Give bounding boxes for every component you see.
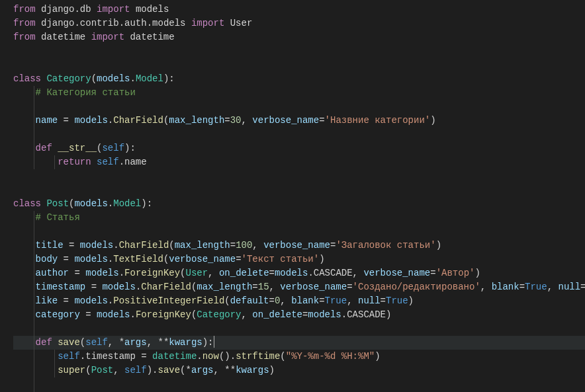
token: models [152,18,185,28]
code-line[interactable]: from datetime import datetime [13,30,585,44]
token: ( [80,337,85,348]
token: , [547,282,559,292]
token: import [186,18,230,28]
code-line[interactable] [13,128,585,141]
code-line[interactable]: # Статья [13,211,585,225]
token: , [242,115,253,126]
token: . [108,254,113,264]
token: self [97,157,119,167]
token: models [74,254,107,264]
code-line[interactable]: like = models.PositiveIntegerField(defau… [13,294,585,308]
token: max_length [169,115,224,126]
code-line[interactable]: from django.contrib.auth.models import U… [13,17,585,30]
indent-guide [34,86,34,100]
code-line[interactable] [13,58,585,72]
indent-guide [34,225,34,239]
token: verbose_name [252,115,319,126]
token: models [74,198,107,209]
token: null [358,295,381,306]
code-line[interactable]: def save(self, *args, **kwargs): [13,336,585,350]
token: save [58,337,80,348]
token: TextField [113,254,163,264]
token: , [208,268,219,278]
token: . [119,157,124,167]
code-line[interactable]: class Category(models.Model): [13,72,585,86]
token: models [97,309,130,320]
indent-guide [34,239,34,253]
token: name [36,115,58,126]
code-line[interactable]: name = models.CharField(max_length=30, v… [13,114,585,128]
code-editor[interactable]: from django.db import modelsfrom django.… [13,3,585,392]
code-line[interactable]: def __str__(self): [13,141,585,155]
token: ( [180,268,185,278]
token: auth [124,18,147,28]
token: Model [113,198,141,209]
text-cursor [214,336,214,348]
code-line[interactable]: super(Post, self).save(*args, **kwargs) [13,364,585,377]
token: = [69,268,85,278]
code-line[interactable]: self.timestamp = datetime.now().strftime… [13,350,585,364]
code-line[interactable] [13,322,585,336]
token: 30 [230,115,242,126]
code-line[interactable]: # Категория статьи [13,86,585,100]
token: self [85,337,108,348]
code-line[interactable]: title = models.CharField(max_length=100,… [13,239,585,253]
code-line[interactable]: from django.db import models [13,3,585,17]
code-line[interactable] [13,377,585,391]
code-line[interactable] [13,169,585,183]
token: = [319,295,324,306]
token: kwargs [236,365,269,375]
token: 'Создано/редактировано' [353,282,480,292]
token: , [252,240,263,251]
code-line[interactable]: author = models.ForeignKey(User, on_dele… [13,266,585,280]
token [13,268,36,278]
token: . [119,18,124,28]
token: ForeignKey [136,309,191,320]
token: datetime [130,32,174,42]
token: (). [219,351,236,362]
token: = [58,115,74,126]
token: kwargs [169,337,202,348]
token: = [519,282,525,292]
token: Model [136,73,163,84]
code-line[interactable]: class Post(models.Model): [13,197,585,211]
token: ): [141,198,152,209]
token: User [230,18,253,28]
token: . [108,295,113,306]
code-line[interactable] [13,100,585,114]
indent-guide [34,280,34,294]
code-line[interactable] [13,183,585,197]
token: models [97,73,130,84]
token: . [113,240,118,251]
code-line[interactable]: return self.name [13,155,585,169]
token: self [58,351,80,362]
token: . [147,18,152,28]
token: , [280,295,291,306]
indent-guide [34,141,34,155]
indent-guide [54,364,55,377]
token: ( [169,240,174,251]
indent-guide [34,294,34,308]
token: models [74,295,107,306]
token: contrib [80,18,119,28]
token: 100 [236,240,252,251]
indent-guide [34,155,34,169]
code-line[interactable] [13,44,585,58]
token: = [230,240,236,251]
token: ): [124,143,136,153]
code-line[interactable]: timestamp = models.CharField(max_length=… [13,280,585,294]
code-line[interactable] [13,225,585,239]
token: from [13,18,41,28]
indent-guide [34,100,34,114]
token: = [236,254,241,264]
token: from [13,32,41,42]
token: ). [147,365,158,375]
code-line[interactable]: category = models.ForeignKey(Category, o… [13,308,585,322]
code-line[interactable]: body = models.TextField(verbose_name='Те… [13,253,585,266]
token: CharField [113,115,163,126]
token: CASCADE [314,268,353,278]
token: datetime [152,351,197,362]
token: = [269,268,275,278]
token [13,295,36,306]
indent-guide [34,211,34,225]
